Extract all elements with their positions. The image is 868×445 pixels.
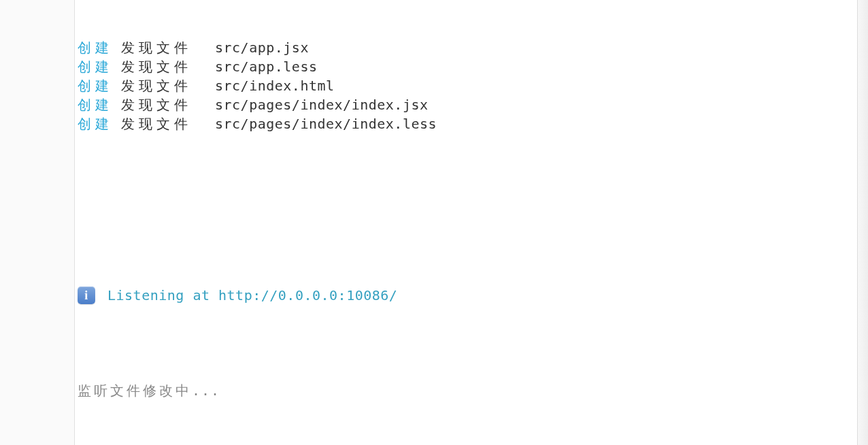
file-path: src/pages/index/index.jsx [215, 95, 429, 114]
sidebar [0, 0, 75, 445]
scrollbar[interactable] [857, 0, 868, 445]
discover-label: 发现文件 [121, 57, 192, 76]
discover-label: 发现文件 [121, 38, 192, 57]
discover-label: 发现文件 [121, 76, 192, 95]
file-path: src/pages/index/index.less [215, 114, 437, 133]
create-tag: 创建 [78, 38, 113, 57]
file-path: src/index.html [215, 76, 335, 95]
create-file-line: 创建发现文件src/pages/index/index.jsx [78, 95, 865, 114]
create-tag: 创建 [78, 57, 113, 76]
file-path: src/app.jsx [215, 38, 309, 57]
discover-label: 发现文件 [121, 114, 192, 133]
create-file-line: 创建发现文件src/app.less [78, 57, 865, 76]
create-file-line: 创建发现文件src/pages/index/index.less [78, 114, 865, 133]
listening-url: Listening at http://0.0.0.0:10086/ [107, 286, 397, 305]
info-line: i Listening at http://0.0.0.0:10086/ [78, 286, 865, 305]
terminal-output[interactable]: 创建发现文件src/app.jsx创建发现文件src/app.less创建发现文… [75, 0, 868, 445]
discover-label: 发现文件 [121, 95, 192, 114]
watching-text: 监听文件修改中... [78, 381, 865, 400]
file-path: src/app.less [215, 57, 318, 76]
create-file-line: 创建发现文件src/app.jsx [78, 38, 865, 57]
create-tag: 创建 [78, 114, 113, 133]
info-icon: i [78, 286, 95, 304]
create-file-line: 创建发现文件src/index.html [78, 76, 865, 95]
create-tag: 创建 [78, 95, 113, 114]
create-tag: 创建 [78, 76, 113, 95]
